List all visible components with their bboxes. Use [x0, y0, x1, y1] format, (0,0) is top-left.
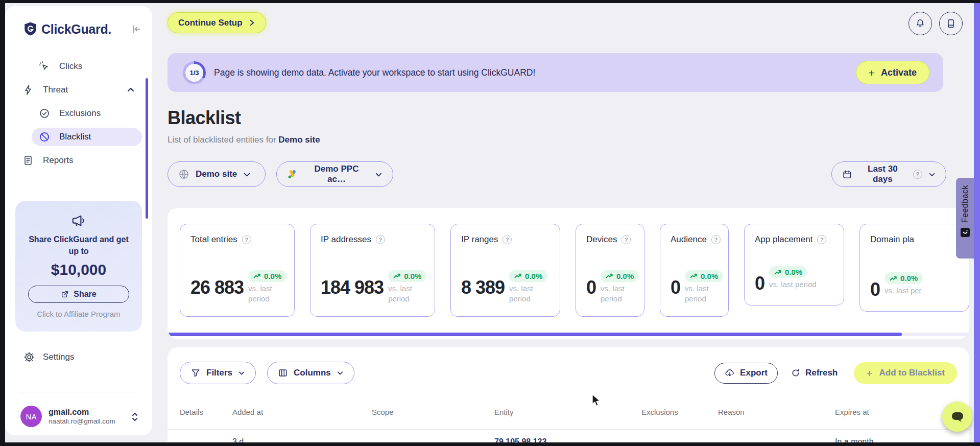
- sidebar-item-settings[interactable]: Settings: [23, 351, 74, 363]
- cards-scrollbar-thumb[interactable]: [168, 333, 902, 336]
- subtitle-entity: Demo site: [278, 135, 320, 145]
- settings-label: Settings: [43, 352, 74, 362]
- document-icon: [22, 155, 34, 166]
- sidebar-item-label: Exclusions: [59, 108, 101, 119]
- subtitle-text: List of blacklisted entities for: [168, 135, 276, 145]
- refresh-label: Refresh: [805, 368, 838, 378]
- stat-value: 0: [755, 274, 764, 293]
- help-icon[interactable]: ?: [242, 235, 251, 244]
- sidebar-item-blacklist[interactable]: Blacklist: [32, 128, 142, 146]
- column-header-details[interactable]: Details: [180, 408, 232, 416]
- brand-name: ClickGuard.: [41, 22, 111, 37]
- help-icon[interactable]: ?: [376, 235, 385, 244]
- chevron-down-icon: [375, 171, 383, 178]
- site-selector[interactable]: Demo site: [168, 161, 266, 187]
- ppc-account-selector[interactable]: Demo PPC ac…: [276, 161, 393, 187]
- delta-badge: 0.0%: [885, 272, 923, 284]
- share-button[interactable]: Share: [28, 286, 129, 303]
- trend-up-icon: [690, 273, 698, 279]
- stat-label: IP ranges: [461, 234, 498, 245]
- chevron-up-icon[interactable]: [127, 86, 135, 94]
- stat-value: 26 883: [190, 278, 244, 297]
- chat-widget-button[interactable]: [942, 402, 972, 432]
- plus-icon: +: [869, 67, 875, 78]
- demo-data-banner: 1/3 Page is showing demo data. Activate …: [168, 53, 943, 92]
- trend-up-icon: [890, 275, 897, 281]
- delta-value: 0.0%: [264, 272, 281, 280]
- account-switcher[interactable]: NA gmail.com naatali.ro@gmail.com: [20, 406, 139, 427]
- promo-amount: $10,000: [51, 261, 106, 278]
- sidebar-collapse-icon[interactable]: [130, 23, 142, 35]
- filters-button[interactable]: Filters: [180, 362, 256, 384]
- date-range-selector[interactable]: Last 30 days ?: [831, 161, 946, 187]
- activate-button[interactable]: + Activate: [856, 61, 929, 84]
- sidebar-item-reports[interactable]: Reports: [15, 151, 142, 170]
- affiliate-promo-card[interactable]: Share ClickGuard and get up to $10,000 S…: [15, 201, 142, 332]
- continue-setup-label: Continue Setup: [178, 18, 243, 28]
- sidebar-scrollbar-thumb[interactable]: [146, 78, 148, 219]
- columns-label: Columns: [294, 368, 331, 378]
- share-label: Share: [74, 290, 96, 299]
- columns-button[interactable]: Columns: [267, 362, 354, 384]
- chevron-down-icon: [238, 369, 245, 377]
- help-icon[interactable]: ?: [503, 235, 512, 244]
- vs-last-period-label: vs. last per: [885, 286, 923, 296]
- feedback-tab[interactable]: Feedback: [956, 178, 974, 259]
- delta-badge: 0.0%: [248, 270, 286, 282]
- export-button[interactable]: Export: [714, 363, 778, 384]
- vs-last-period-label: vs. last period: [388, 284, 425, 304]
- avatar: NA: [20, 406, 42, 427]
- stat-label: IP addresses: [321, 234, 371, 245]
- cards-scrollbar-track[interactable]: [168, 333, 969, 336]
- column-header-scope[interactable]: Scope: [372, 408, 494, 416]
- add-to-blacklist-label: Add to Blacklist: [879, 368, 945, 378]
- table-header-row: Details Added at Scope Entity Exclusions…: [180, 408, 969, 416]
- delta-value: 0.0%: [616, 272, 634, 280]
- stat-card-ip-addresses: IP addresses ? 184 983 0.0% vs. last per…: [310, 224, 435, 317]
- column-header-exclusions[interactable]: Exclusions: [641, 408, 718, 416]
- sidebar-item-label: Reports: [43, 155, 74, 166]
- help-icon[interactable]: ?: [913, 170, 922, 179]
- vs-last-period-label: vs. last period: [509, 284, 546, 304]
- column-header-entity[interactable]: Entity: [494, 408, 641, 416]
- stat-card-ip-ranges: IP ranges ? 8 389 0.0% vs. last period: [450, 224, 560, 317]
- vs-last-period-label: vs. last period: [685, 284, 722, 304]
- clickguard-shield-icon: [23, 21, 37, 37]
- help-icon[interactable]: ?: [711, 235, 721, 244]
- refresh-icon: [791, 368, 800, 378]
- vs-last-period-label: vs. last period: [601, 284, 637, 304]
- chevron-down-icon: [928, 171, 936, 178]
- delta-badge: 0.0%: [509, 270, 547, 282]
- sidebar-item-clicks[interactable]: Clicks: [32, 57, 142, 76]
- notifications-button[interactable]: [909, 12, 932, 35]
- megaphone-icon: [71, 213, 86, 228]
- window-frame-bottom: [0, 442, 980, 446]
- refresh-button[interactable]: Refresh: [791, 368, 838, 378]
- cursor-click-icon: [39, 61, 50, 72]
- docs-button[interactable]: [939, 12, 963, 35]
- sidebar-item-exclusions[interactable]: Exclusions: [32, 104, 142, 123]
- column-header-reason[interactable]: Reason: [718, 408, 835, 416]
- stat-label: Total entries: [190, 234, 237, 245]
- funnel-icon: [190, 368, 201, 378]
- stat-label: App placement: [755, 234, 812, 245]
- continue-setup-button[interactable]: Continue Setup: [168, 12, 266, 33]
- sidebar-item-threat[interactable]: Threat: [15, 81, 142, 99]
- date-range-value: Last 30 days: [858, 164, 907, 184]
- bell-icon: [915, 18, 926, 29]
- stat-card-domain-placement: Domain pla 0 0.0% vs. last per: [859, 224, 969, 312]
- vs-last-period-label: vs. last period: [769, 279, 817, 290]
- banner-message: Page is showing demo data. Activate your…: [214, 67, 535, 78]
- add-to-blacklist-button[interactable]: + Add to Blacklist: [854, 362, 957, 384]
- help-icon[interactable]: ?: [817, 235, 826, 244]
- chevron-down-icon: [243, 171, 251, 178]
- table-toolbar: Filters Columns Export: [180, 362, 957, 384]
- gear-icon: [23, 351, 35, 363]
- help-icon[interactable]: ?: [622, 235, 631, 244]
- stat-label: Devices: [586, 234, 617, 245]
- page-scrollbar-thumb[interactable]: [974, 3, 980, 442]
- column-header-added-at[interactable]: Added at: [232, 408, 372, 416]
- chevron-right-icon: [249, 19, 255, 26]
- sidebar: ClickGuard. Clicks: [5, 6, 152, 435]
- feedback-label: Feedback: [961, 185, 970, 223]
